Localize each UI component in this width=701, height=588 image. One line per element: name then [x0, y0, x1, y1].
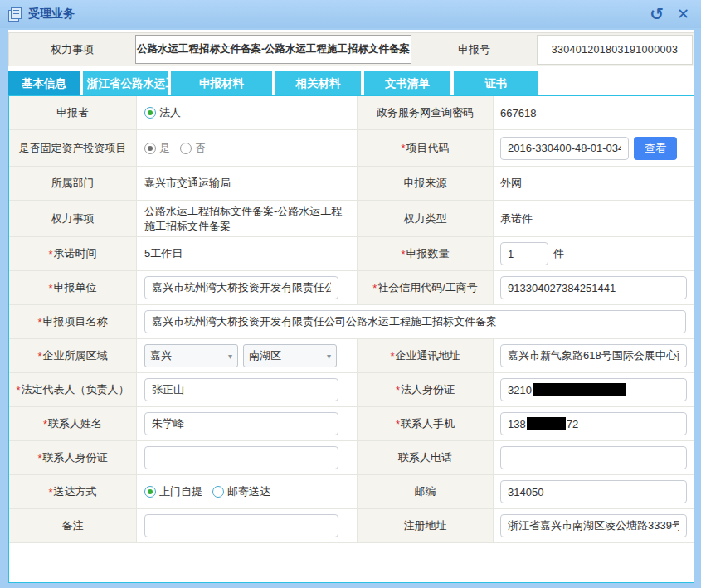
document-icon	[8, 7, 22, 22]
reg-address-label: 注册地址	[358, 509, 494, 542]
legal-id-label: *法人身份证	[358, 373, 494, 406]
required-marker: *	[48, 248, 52, 260]
tab-related-materials[interactable]: 相关材料	[275, 71, 361, 95]
form-row-declare-unit: *申报单位 *社会信用代码/工商号	[9, 271, 694, 305]
declarant-label: 申报者	[9, 96, 137, 129]
project-name-input[interactable]	[144, 310, 686, 333]
radio-option-legal-person[interactable]: 法人	[144, 105, 181, 120]
legal-person-label: *法定代表人（负责人）	[9, 373, 137, 406]
required-marker: *	[48, 282, 52, 294]
query-password-label: 政务服务网查询密码	[358, 96, 494, 129]
header-strip: 权力事项 公路水运工程招标文件备案-公路水运工程施工招标文件备案 申报号 330…	[8, 32, 694, 66]
reg-address-input[interactable]	[500, 514, 687, 537]
form-row-remark: 备注 注册地址	[9, 509, 694, 543]
radio-option-no[interactable]: 否	[180, 141, 206, 156]
tab-zhejiang-highway[interactable]: 浙江省公路水运工	[83, 71, 168, 95]
region-label: *企业所属区域	[9, 339, 137, 372]
credit-code-input[interactable]	[500, 276, 687, 299]
radio-option-pickup[interactable]: 上门自提	[144, 484, 202, 499]
remark-input[interactable]	[144, 514, 338, 537]
radio-option-yes[interactable]: 是	[144, 141, 170, 156]
radio-option-mail[interactable]: 邮寄送达	[212, 484, 270, 499]
empty-area	[9, 543, 694, 582]
declare-unit-label: *申报单位	[9, 271, 137, 304]
required-marker: *	[372, 282, 377, 294]
radio-checked-icon[interactable]	[144, 486, 156, 498]
radio-checked-icon[interactable]	[144, 143, 156, 154]
tab-document-list[interactable]: 文书清单	[364, 71, 450, 95]
form-row-region: *企业所属区域 嘉兴 ▾ 南湖区 ▾ *企业通讯地址	[9, 339, 694, 373]
project-name-label: *申报项目名称	[9, 305, 137, 338]
contact-id-input[interactable]	[144, 446, 338, 469]
district-select[interactable]: 南湖区 ▾	[243, 344, 337, 367]
refresh-icon[interactable]: ↺	[650, 6, 664, 22]
legal-id-input[interactable]: 3210	[500, 378, 687, 401]
radio-checked-icon[interactable]	[144, 107, 156, 119]
form-row-legal-person: *法定代表人（负责人） *法人身份证 3210	[9, 373, 694, 407]
declare-no-value: 330401201803191000003	[537, 35, 693, 65]
required-marker: *	[16, 384, 20, 396]
declare-count-label: *申报数量	[358, 237, 494, 270]
department-label: 所属部门	[9, 167, 137, 200]
tab-bar: 基本信息 浙江省公路水运工 申报材料 相关材料 文书清单 证书	[8, 71, 694, 95]
window-titlebar: 受理业务 ↺ ✕	[0, 0, 701, 28]
required-marker: *	[390, 350, 394, 362]
contact-phone-input[interactable]	[500, 446, 687, 469]
required-marker: *	[396, 384, 400, 396]
source-label: 申报来源	[358, 167, 494, 200]
company-address-input[interactable]	[500, 344, 687, 367]
power-matter-label: 权力事项	[9, 201, 137, 236]
radio-unchecked-icon[interactable]	[212, 486, 224, 498]
tab-certificate[interactable]: 证书	[454, 71, 538, 95]
declare-count-unit: 件	[553, 246, 564, 261]
form-row-power-matter: 权力事项 公路水运工程招标文件备案-公路水运工程施工招标文件备案 权力类型 承诺…	[9, 201, 694, 237]
postcode-label: 邮编	[358, 475, 494, 508]
power-matter-header-value: 公路水运工程招标文件备案-公路水运工程施工招标文件备案	[135, 35, 411, 64]
form-row-delivery: *送达方式 上门自提 邮寄送达 邮编	[9, 475, 694, 509]
required-marker: *	[43, 418, 47, 430]
form-row-declarant: 申报者 法人 政务服务网查询密码 667618	[9, 96, 694, 130]
legal-person-input[interactable]	[144, 378, 338, 401]
postcode-input[interactable]	[500, 480, 687, 503]
project-code-label: *项目代码	[358, 130, 494, 166]
window-title: 受理业务	[28, 7, 75, 22]
department-value: 嘉兴市交通运输局	[137, 167, 358, 200]
power-type-value: 承诺件	[494, 201, 694, 236]
contact-id-label: *联系人身份证	[9, 441, 137, 474]
city-select[interactable]: 嘉兴 ▾	[144, 344, 238, 367]
declare-count-input[interactable]	[500, 242, 548, 265]
declare-unit-input[interactable]	[144, 276, 338, 299]
form-row-promise-time: *承诺时间 5工作日 *申报数量 件	[9, 237, 694, 271]
tab-basic-info[interactable]: 基本信息	[8, 71, 80, 95]
contact-phone-label: 联系人电话	[358, 441, 494, 474]
project-code-input[interactable]	[500, 137, 629, 160]
required-marker: *	[401, 248, 405, 260]
required-marker: *	[48, 486, 52, 498]
chevron-down-icon: ▾	[327, 352, 331, 361]
power-matter-header-label: 权力事项	[9, 42, 135, 57]
main-panel: 权力事项 公路水运工程招标文件备案-公路水运工程施工招标文件备案 申报号 330…	[8, 30, 694, 583]
contact-name-input[interactable]	[144, 412, 338, 435]
form-row-project-name: *申报项目名称	[9, 305, 694, 339]
close-icon[interactable]: ✕	[677, 7, 689, 22]
fixed-asset-label: 是否固定资产投资项目	[9, 130, 137, 166]
view-button[interactable]: 查看	[634, 137, 677, 160]
source-value: 外网	[494, 167, 694, 200]
remark-label: 备注	[9, 509, 137, 542]
contact-mobile-label: *联系人手机	[358, 407, 494, 440]
contact-mobile-input[interactable]: 138 72	[500, 412, 687, 435]
chevron-down-icon: ▾	[228, 352, 232, 361]
power-matter-value: 公路水运工程招标文件备案-公路水运工程施工招标文件备案	[137, 201, 358, 236]
promise-time-value: 5工作日	[137, 237, 358, 270]
power-type-label: 权力类型	[358, 201, 494, 236]
contact-name-label: *联系人姓名	[9, 407, 137, 440]
credit-code-label: *社会信用代码/工商号	[358, 271, 494, 304]
required-marker: *	[37, 316, 41, 328]
declare-no-label: 申报号	[411, 42, 537, 57]
basic-info-form: 申报者 法人 政务服务网查询密码 667618 是否固定资产投资项目 是	[8, 95, 694, 583]
form-row-contact-name: *联系人姓名 *联系人手机 138 72	[9, 407, 694, 441]
required-marker: *	[37, 350, 41, 362]
radio-unchecked-icon[interactable]	[180, 143, 192, 154]
query-password-value: 667618	[494, 96, 694, 129]
tab-declare-materials[interactable]: 申报材料	[171, 71, 272, 95]
